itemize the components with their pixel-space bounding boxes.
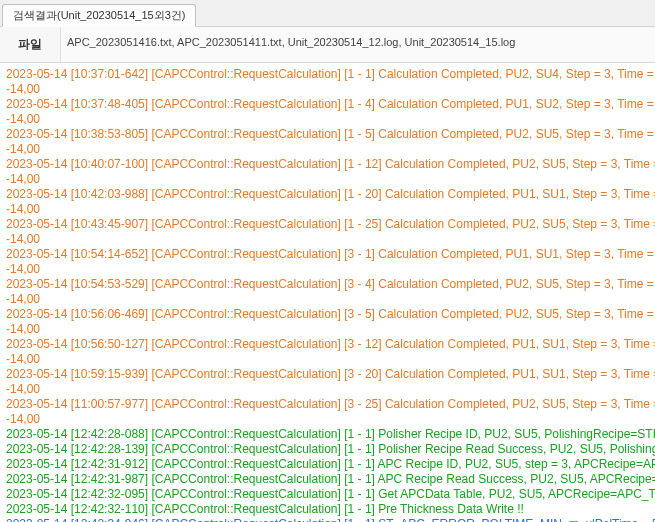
- log-row[interactable]: -14,00: [6, 412, 649, 427]
- log-row[interactable]: 2023-05-14 [10:59:15-939] [CAPCControl::…: [6, 367, 649, 382]
- log-row[interactable]: 2023-05-14 [10:37:48-405] [CAPCControl::…: [6, 97, 649, 112]
- log-row[interactable]: 2023-05-14 [10:56:50-127] [CAPCControl::…: [6, 337, 649, 352]
- file-bar: 파일 APC_2023051416.txt, APC_2023051411.tx…: [0, 27, 655, 63]
- log-row[interactable]: -14,00: [6, 352, 649, 367]
- tab-search-results[interactable]: 검색결과(Unit_20230514_15외3건): [2, 4, 196, 27]
- log-row[interactable]: -14,00: [6, 142, 649, 157]
- log-row[interactable]: 2023-05-14 [12:42:32-095] [CAPCControl::…: [6, 487, 649, 502]
- log-row[interactable]: -14,00: [6, 202, 649, 217]
- log-row[interactable]: 2023-05-14 [10:38:53-805] [CAPCControl::…: [6, 127, 649, 142]
- log-row[interactable]: 2023-05-14 [10:42:03-988] [CAPCControl::…: [6, 187, 649, 202]
- file-list-cell[interactable]: APC_2023051416.txt, APC_2023051411.txt, …: [61, 27, 655, 62]
- tab-bar: 검색결과(Unit_20230514_15외3건): [0, 0, 655, 27]
- log-row[interactable]: 2023-05-14 [10:54:14-652] [CAPCControl::…: [6, 247, 649, 262]
- log-row[interactable]: 2023-05-14 [12:42:28-088] [CAPCControl::…: [6, 427, 649, 442]
- tab-label: 검색결과(Unit_20230514_15외3건): [13, 9, 185, 21]
- log-row[interactable]: 2023-05-14 [12:42:28-139] [CAPCControl::…: [6, 442, 649, 457]
- log-row[interactable]: 2023-05-14 [10:43:45-907] [CAPCControl::…: [6, 217, 649, 232]
- log-row[interactable]: -14,00: [6, 322, 649, 337]
- log-row[interactable]: -14,00: [6, 232, 649, 247]
- log-row[interactable]: 2023-05-14 [12:42:34-946] [CAPCControl::…: [6, 517, 649, 522]
- log-row[interactable]: 2023-05-14 [10:37:01-642] [CAPCControl::…: [6, 67, 649, 82]
- log-row[interactable]: 2023-05-14 [12:42:31-912] [CAPCControl::…: [6, 457, 649, 472]
- log-row[interactable]: -14,00: [6, 112, 649, 127]
- log-area[interactable]: 2023-05-14 [10:37:01-642] [CAPCControl::…: [0, 63, 655, 522]
- log-row[interactable]: -14,00: [6, 82, 649, 97]
- log-row[interactable]: 2023-05-14 [10:54:53-529] [CAPCControl::…: [6, 277, 649, 292]
- log-row[interactable]: 2023-05-14 [10:40:07-100] [CAPCControl::…: [6, 157, 649, 172]
- log-row[interactable]: 2023-05-14 [11:00:57-977] [CAPCControl::…: [6, 397, 649, 412]
- log-row[interactable]: -14,00: [6, 292, 649, 307]
- log-row[interactable]: 2023-05-14 [10:56:06-469] [CAPCControl::…: [6, 307, 649, 322]
- log-row[interactable]: 2023-05-14 [12:42:31-987] [CAPCControl::…: [6, 472, 649, 487]
- log-row[interactable]: 2023-05-14 [12:42:32-110] [CAPCControl::…: [6, 502, 649, 517]
- log-row[interactable]: -14,00: [6, 382, 649, 397]
- log-row[interactable]: -14,00: [6, 262, 649, 277]
- file-column-header: 파일: [0, 27, 61, 62]
- log-row[interactable]: -14,00: [6, 172, 649, 187]
